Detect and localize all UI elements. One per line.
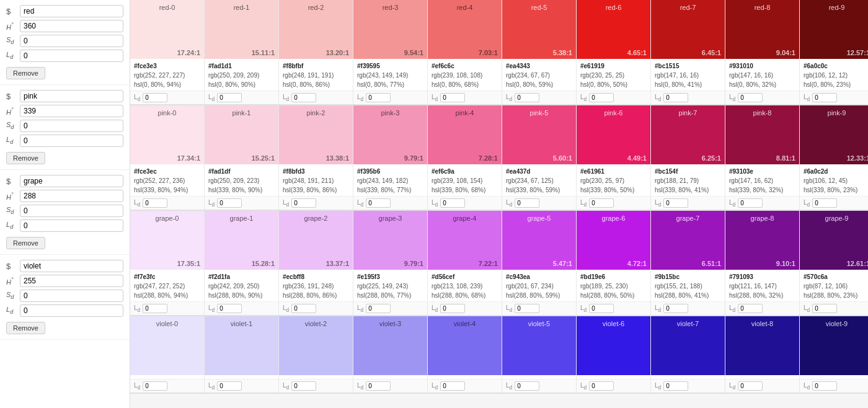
swatch-name-red-0: red-0 — [130, 4, 204, 11]
ld-input-violet-9[interactable] — [812, 381, 837, 391]
ld-input-pink-8[interactable] — [738, 198, 763, 208]
remove-button-red[interactable]: Remove — [6, 67, 45, 79]
ld-input-grape-0[interactable] — [143, 304, 167, 313]
ld-input-grape-7[interactable] — [663, 304, 688, 313]
ld-input-pink-2[interactable] — [291, 198, 316, 208]
ld-input-violet-8[interactable] — [738, 381, 763, 391]
ld-input-violet-0[interactable] — [143, 381, 167, 391]
swatch-name-grape-6: grape-6 — [577, 215, 650, 222]
ld-input-red-6[interactable] — [589, 93, 614, 102]
swatch-hex-red-0: #fce3e3 — [134, 61, 200, 71]
swatch-name-pink-2: pink-2 — [279, 109, 353, 117]
ld-input-grape-6[interactable] — [589, 304, 614, 313]
l-label-red: Ld — [6, 51, 20, 60]
remove-button-violet[interactable]: Remove — [6, 322, 45, 334]
h-input-violet[interactable] — [20, 275, 123, 287]
swatch-cell-grape-8: grape-89.10:1 #791093 rgb(121, 16, 147) … — [725, 211, 800, 315]
swatch-hex-red-5: #ea4343 — [506, 61, 572, 71]
ld-input-grape-1[interactable] — [217, 304, 242, 313]
swatch-cell-red-3: red-39.54:1 #f39595 rgb(243, 149, 149) h… — [353, 0, 428, 104]
l-input-pink[interactable] — [20, 135, 123, 147]
color-name-input-red[interactable] — [20, 5, 123, 17]
ld-input-red-8[interactable] — [738, 93, 763, 102]
swatch-hex-red-6: #e61919 — [580, 61, 647, 71]
remove-button-pink[interactable]: Remove — [6, 152, 45, 164]
swatch-ratio-pink-7: 6.25:1 — [702, 154, 721, 162]
swatch-cell-grape-0: grape-017.35:1 #f7e3fc rgb(247, 227, 252… — [130, 211, 205, 315]
ld-label-pink-6: Ld — [580, 199, 587, 208]
color-name-input-pink[interactable] — [20, 90, 123, 102]
remove-button-grape[interactable]: Remove — [6, 237, 45, 249]
control-group-red: $ H° Sd Ld Remove — [0, 0, 130, 85]
swatch-cell-red-5: red-55.38:1 #ea4343 rgb(234, 67, 67) hsl… — [502, 0, 577, 104]
ld-input-grape-5[interactable] — [515, 304, 539, 313]
ld-input-violet-3[interactable] — [366, 381, 391, 391]
h-label-violet: H° — [6, 277, 20, 286]
l-label-pink: Ld — [6, 136, 20, 145]
swatch-ld-row-red-1: Ld — [205, 91, 278, 104]
ld-input-pink-0[interactable] — [143, 198, 167, 208]
ld-input-pink-1[interactable] — [217, 198, 242, 208]
swatch-hex-pink-7: #bc154f — [655, 167, 721, 176]
ld-input-red-1[interactable] — [217, 93, 242, 102]
swatch-ratio-pink-5: 5.60:1 — [553, 154, 572, 162]
ld-input-pink-4[interactable] — [440, 198, 465, 208]
swatch-cell-red-2: red-213.20:1 #f8bfbf rgb(248, 191, 191) … — [279, 0, 353, 104]
ld-input-violet-7[interactable] — [663, 381, 688, 391]
swatch-ld-row-pink-1: Ld — [205, 196, 278, 210]
swatch-name-red-4: red-4 — [428, 4, 502, 11]
ld-input-red-0[interactable] — [143, 93, 167, 102]
swatch-ld-row-grape-5: Ld — [502, 301, 576, 315]
swatch-name-grape-2: grape-2 — [279, 215, 353, 222]
swatch-hsl-grape-2: hsl(288, 80%, 86%) — [283, 291, 349, 300]
ld-input-violet-6[interactable] — [589, 381, 614, 391]
swatch-name-red-5: red-5 — [502, 4, 576, 11]
ld-input-violet-2[interactable] — [291, 381, 316, 391]
ld-input-pink-7[interactable] — [663, 198, 688, 208]
ld-input-pink-9[interactable] — [812, 198, 837, 208]
ld-input-red-9[interactable] — [812, 93, 837, 102]
h-input-pink[interactable] — [20, 105, 123, 117]
ld-input-violet-5[interactable] — [515, 381, 539, 391]
ld-label-grape-9: Ld — [804, 304, 810, 313]
ld-input-grape-9[interactable] — [812, 304, 837, 313]
swatch-name-pink-4: pink-4 — [428, 109, 502, 117]
ld-input-pink-6[interactable] — [589, 198, 614, 208]
ld-input-grape-2[interactable] — [291, 304, 316, 313]
ld-input-violet-1[interactable] — [217, 381, 242, 391]
ld-input-pink-3[interactable] — [366, 198, 391, 208]
swatch-hex-pink-4: #ef6c9a — [432, 167, 498, 176]
s-input-pink[interactable] — [20, 120, 123, 132]
swatch-cell-grape-1: grape-115.28:1 #f2d1fa rgb(242, 209, 250… — [205, 211, 279, 315]
s-input-violet[interactable] — [20, 290, 123, 302]
color-name-input-grape[interactable] — [20, 175, 123, 187]
h-input-red[interactable] — [20, 20, 123, 32]
color-name-input-violet[interactable] — [20, 260, 123, 272]
ld-input-grape-4[interactable] — [440, 304, 465, 313]
swatch-cell-violet-9: violet-9 Ld — [800, 316, 868, 392]
swatch-info-red-0: #fce3e3 rgb(252, 227, 227) hsl(0, 80%, 9… — [130, 59, 204, 91]
swatch-cell-pink-0: pink-017.34:1 #fce3ec rgb(252, 227, 236)… — [130, 105, 205, 210]
ld-input-pink-5[interactable] — [515, 198, 539, 208]
s-input-red[interactable] — [20, 35, 123, 47]
l-input-grape[interactable] — [20, 220, 123, 232]
swatch-rgb-grape-9: rgb(87, 12, 106) — [804, 282, 868, 291]
swatch-info-pink-7: #bc154f rgb(188, 21, 79) hsl(339, 80%, 4… — [651, 164, 725, 196]
ld-input-grape-3[interactable] — [366, 304, 391, 313]
ld-input-violet-4[interactable] — [440, 381, 465, 391]
swatch-ratio-red-3: 9.54:1 — [404, 49, 423, 56]
ld-label-pink-7: Ld — [655, 199, 661, 208]
ld-input-grape-8[interactable] — [738, 304, 763, 313]
h-input-grape[interactable] — [20, 190, 123, 202]
ld-input-red-4[interactable] — [440, 93, 465, 102]
ld-input-red-7[interactable] — [663, 93, 688, 102]
ld-input-red-2[interactable] — [291, 93, 316, 102]
swatch-ld-row-pink-8: Ld — [725, 196, 799, 210]
ld-input-red-3[interactable] — [366, 93, 391, 102]
ld-label-grape-8: Ld — [729, 304, 735, 313]
l-input-red[interactable] — [20, 50, 123, 62]
swatch-name-red-7: red-7 — [651, 4, 725, 11]
s-input-grape[interactable] — [20, 205, 123, 217]
ld-input-red-5[interactable] — [515, 93, 539, 102]
l-input-violet[interactable] — [20, 304, 123, 317]
